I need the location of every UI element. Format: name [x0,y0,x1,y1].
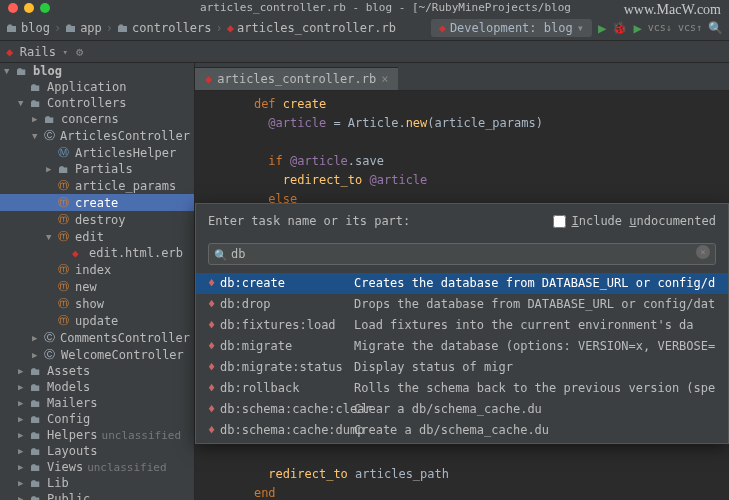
watermark: www.MacW.com [624,2,721,18]
search-icon: 🔍 [214,246,228,265]
tree-node-concerns[interactable]: ▶🖿concerns [0,111,194,127]
editor-tab[interactable]: ◆ articles_controller.rb × [195,67,398,90]
breadcrumb-bar: 🖿blog › 🖿app › 🖿controllers › ◆articles_… [0,15,729,41]
run-rake-task-popup: Enter task name or its part: Include und… [195,203,729,444]
tree-node-views[interactable]: ▶🖿Viewsunclassified [0,459,194,475]
tree-node-update[interactable]: ⓜupdate [0,312,194,329]
tree-node-partials[interactable]: ▶🖿Partials [0,161,194,177]
close-tab-icon[interactable]: × [381,72,388,86]
tree-node-application[interactable]: 🖿Application [0,79,194,95]
tree-node-lib[interactable]: ▶🖿Lib [0,475,194,491]
maximize-window-button[interactable] [40,3,50,13]
task-item[interactable]: ♦db:migrate:statusDisplay status of migr [196,357,728,378]
tree-node-public[interactable]: ▶🖿Public [0,491,194,500]
tree-node-articleshelper[interactable]: ⓂArticlesHelper [0,144,194,161]
minimize-window-button[interactable] [24,3,34,13]
tree-node-articlescontroller[interactable]: ▼ⒸArticlesController [0,127,194,144]
run-coverage-button[interactable]: ▶ [633,20,641,36]
settings-icon[interactable]: ⚙ [76,45,83,59]
tree-node-show[interactable]: ⓜshow [0,295,194,312]
code-line[interactable]: @article = Article.new(article_params) [195,114,729,133]
breadcrumb-item[interactable]: 🖿blog [6,21,50,35]
task-search-input[interactable] [208,243,716,265]
close-window-button[interactable] [8,3,18,13]
task-item[interactable]: ♦db:dropDrops the database from DATABASE… [196,294,728,315]
project-tree[interactable]: ▼🖿blog 🖿Application▼🖿Controllers▶🖿concer… [0,63,195,500]
tree-node-models[interactable]: ▶🖿Models [0,379,194,395]
tree-node-config[interactable]: ▶🖿Config [0,411,194,427]
search-everywhere-button[interactable]: 🔍 [708,21,723,35]
code-line[interactable] [195,133,729,152]
popup-title: Enter task name or its part: [208,212,410,231]
tree-node-welcomecontroller[interactable]: ▶ⒸWelcomeController [0,346,194,363]
task-item[interactable]: ♦db:schema:cache:dumpCreate a db/schema_… [196,420,728,441]
vcs-update-button[interactable]: vcs↓ [648,22,672,33]
tree-node-commentscontroller[interactable]: ▶ⒸCommentsController [0,329,194,346]
code-line[interactable]: def create [195,95,729,114]
tree-node-controllers[interactable]: ▼🖿Controllers [0,95,194,111]
tree-node-create[interactable]: ⓜcreate [0,194,194,211]
tree-root[interactable]: ▼🖿blog [0,63,194,79]
breadcrumb-item[interactable]: 🖿controllers [117,21,211,35]
code-editor[interactable]: def create @article = Article.new(articl… [195,91,729,500]
task-item[interactable]: ♦db:migrateMigrate the database (options… [196,336,728,357]
tree-node-destroy[interactable]: ⓜdestroy [0,211,194,228]
code-line[interactable]: end [195,484,729,500]
task-item[interactable]: ♦db:schema:dumpCreate a db/schema.rb fil… [196,441,728,443]
task-item[interactable]: ♦db:rollbackRolls the schema back to the… [196,378,728,399]
tree-node-helpers[interactable]: ▶🖿Helpersunclassified [0,427,194,443]
window-title: articles_controller.rb - blog - [~/RubyM… [50,1,721,14]
task-item[interactable]: ♦db:createCreates the database from DATA… [196,273,728,294]
task-list[interactable]: ♦db:createCreates the database from DATA… [196,273,728,443]
tree-node-index[interactable]: ⓜindex [0,261,194,278]
task-item[interactable]: ♦db:fixtures:loadLoad fixtures into the … [196,315,728,336]
code-line[interactable]: if @article.save [195,152,729,171]
breadcrumb-item[interactable]: ◆articles_controller.rb [227,21,396,35]
vcs-commit-button[interactable]: vcs↑ [678,22,702,33]
titlebar: articles_controller.rb - blog - [~/RubyM… [0,0,729,15]
tree-node-layouts[interactable]: ▶🖿Layouts [0,443,194,459]
editor-area: ◆ articles_controller.rb × def create @a… [195,63,729,500]
tree-node-mailers[interactable]: ▶🖿Mailers [0,395,194,411]
tree-node-edit[interactable]: ▼ⓜedit [0,228,194,245]
run-configuration-selector[interactable]: ◆Development: blog ▾ [431,19,592,37]
editor-tabs: ◆ articles_controller.rb × [195,63,729,91]
code-line[interactable] [195,446,729,465]
rails-toolbar: ◆ Rails ▾ ⚙ [0,41,729,63]
run-button[interactable]: ▶ [598,20,606,36]
task-item[interactable]: ♦db:schema:cache:clearClear a db/schema_… [196,399,728,420]
clear-search-icon[interactable]: × [696,245,710,259]
tree-node-article-params[interactable]: ⓜarticle_params [0,177,194,194]
debug-button[interactable]: 🐞 [612,21,627,35]
tree-node-assets[interactable]: ▶🖿Assets [0,363,194,379]
tree-node-new[interactable]: ⓜnew [0,278,194,295]
code-line[interactable]: redirect_to @article [195,171,729,190]
tree-node-edit-html-erb[interactable]: ◆edit.html.erb [0,245,194,261]
code-line[interactable]: redirect_to articles_path [195,465,729,484]
include-undocumented-checkbox[interactable]: Include undocumented [553,212,716,231]
breadcrumb-item[interactable]: 🖿app [65,21,102,35]
